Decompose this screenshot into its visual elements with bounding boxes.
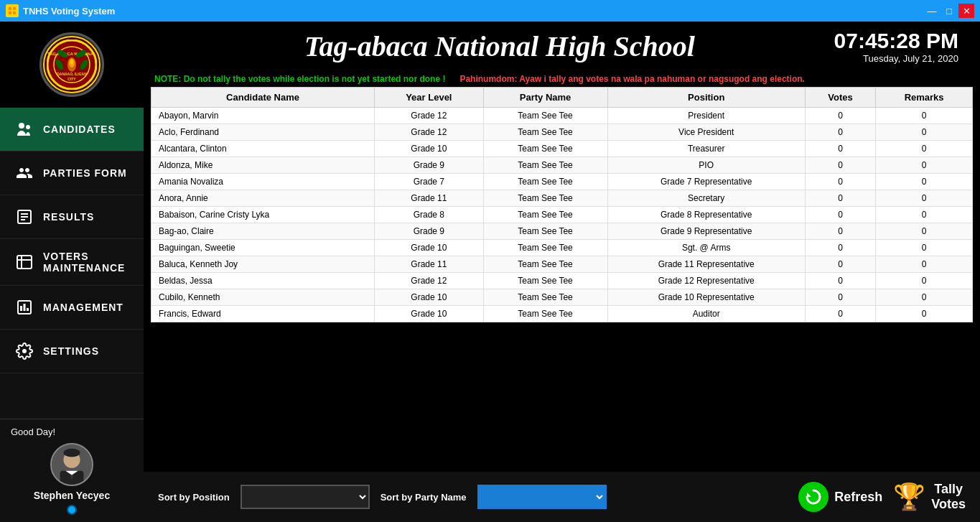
table-header: Year Level: [375, 88, 483, 108]
window-controls[interactable]: — □ ✕: [924, 4, 974, 18]
svg-rect-3: [9, 11, 11, 14]
table-cell: Team See Tee: [483, 124, 607, 141]
refresh-button[interactable]: Refresh: [798, 482, 882, 512]
current-date: Tuesday, July 21, 2020: [834, 53, 958, 64]
svg-point-33: [63, 449, 80, 457]
online-indicator: [67, 505, 77, 515]
bottom-bar: Sort by Position Sort by Party Name Refr…: [144, 472, 980, 522]
table-cell: Secretary: [607, 190, 805, 207]
avatar: [50, 443, 93, 486]
refresh-label: Refresh: [834, 490, 882, 505]
school-title: Tag-abaca National High School: [304, 29, 695, 63]
trophy-icon: 🏆: [893, 482, 925, 512]
sidebar-item-candidates[interactable]: CANDIDATES: [0, 108, 144, 152]
refresh-icon: [798, 482, 829, 512]
table-cell: Abayon, Marvin: [151, 108, 375, 124]
app-title: TNHS Voting System: [23, 6, 115, 17]
sort-party-select[interactable]: [477, 485, 607, 509]
table-cell: Grade 11: [375, 256, 483, 273]
table-row: Baluca, Kenneth JoyGrade 11Team See TeeG…: [151, 256, 973, 273]
table-cell: Baluca, Kenneth Joy: [151, 256, 375, 273]
sidebar: TAG-ABACA NATIONAL DANAAO, ILIGAN CITY: [0, 22, 144, 522]
table-cell: President: [607, 108, 805, 124]
table-cell: Vice President: [607, 124, 805, 141]
svg-rect-27: [20, 306, 22, 311]
svg-text:CITY: CITY: [67, 77, 76, 81]
svg-rect-4: [13, 11, 16, 14]
table-cell: 0: [876, 256, 973, 273]
sort-position-select[interactable]: [241, 485, 370, 509]
table-cell: Bag-ao, Claire: [151, 223, 375, 240]
table-cell: 0: [876, 124, 973, 141]
sidebar-item-management[interactable]: MANAGEMENT: [0, 286, 144, 330]
datetime-display: 07:45:28 PM Tuesday, July 21, 2020: [834, 29, 958, 64]
table-cell: Team See Tee: [483, 207, 607, 223]
svg-text:DANAAO, ILIGAN: DANAAO, ILIGAN: [57, 72, 87, 76]
school-logo: TAG-ABACA NATIONAL DANAAO, ILIGAN CITY: [39, 32, 104, 97]
table-cell: Grade 10: [375, 306, 483, 322]
app-header: Tag-abaca National High School 07:45:28 …: [144, 22, 980, 71]
table-cell: Team See Tee: [483, 174, 607, 190]
table-cell: 0: [876, 174, 973, 190]
svg-point-12: [70, 59, 73, 65]
logo-area: TAG-ABACA NATIONAL DANAAO, ILIGAN CITY: [0, 22, 144, 108]
table-cell: Team See Tee: [483, 141, 607, 157]
sort-position-label: Sort by Position: [158, 492, 230, 503]
table-row: Cubilo, KennethGrade 10Team See TeeGrade…: [151, 289, 973, 306]
maximize-button[interactable]: □: [941, 4, 957, 18]
notice-filipino: Pahinumdom: Ayaw i tally ang votes na wa…: [459, 74, 805, 84]
table-cell: Francis, Edward: [151, 306, 375, 322]
table-cell: 0: [805, 141, 875, 157]
table-cell: 0: [876, 108, 973, 124]
table-cell: Grade 9 Representative: [607, 223, 805, 240]
greeting-text: Good Day!: [7, 427, 136, 437]
table-cell: Cubilo, Kenneth: [151, 289, 375, 306]
table-cell: Grade 10: [375, 141, 483, 157]
sidebar-nav: CANDIDATES PARTIES FORM RESULTS VOTERS M…: [0, 108, 144, 419]
table-cell: Team See Tee: [483, 108, 607, 124]
svg-point-30: [22, 349, 27, 353]
candidates-table-container[interactable]: Candidate NameYear LevelParty NamePositi…: [144, 87, 980, 472]
table-cell: Grade 12: [375, 273, 483, 289]
table-cell: Team See Tee: [483, 256, 607, 273]
svg-rect-2: [13, 7, 16, 10]
table-cell: Team See Tee: [483, 157, 607, 174]
notice-bar: NOTE: Do not tally the votes while elect…: [144, 71, 980, 87]
table-cell: Grade 12: [375, 108, 483, 124]
svg-rect-23: [17, 256, 32, 269]
table-row: Aclo, FerdinandGrade 12Team See TeeVice …: [151, 124, 973, 141]
table-cell: 0: [805, 174, 875, 190]
table-cell: PIO: [607, 157, 805, 174]
settings-icon: [14, 341, 34, 361]
table-cell: 0: [876, 273, 973, 289]
table-cell: Grade 10: [375, 240, 483, 256]
table-row: Bag-ao, ClaireGrade 9Team See TeeGrade 9…: [151, 223, 973, 240]
tally-votes-button[interactable]: 🏆 TallyVotes: [893, 482, 966, 512]
minimize-button[interactable]: —: [924, 4, 940, 18]
sidebar-label-candidates: CANDIDATES: [43, 123, 116, 135]
table-cell: Baguingan, Sweetie: [151, 240, 375, 256]
sidebar-item-results[interactable]: RESULTS: [0, 195, 144, 239]
sidebar-item-parties[interactable]: PARTIES FORM: [0, 152, 144, 195]
sidebar-label-voters: VOTERS MAINTENANCE: [43, 251, 129, 274]
svg-text:TAG-ABACA NATIONAL: TAG-ABACA NATIONAL: [47, 52, 96, 56]
svg-point-18: [26, 125, 30, 129]
table-cell: Team See Tee: [483, 223, 607, 240]
table-row: Aldonza, MikeGrade 9Team See TeePIO00: [151, 157, 973, 174]
table-cell: Babaison, Carine Cristy Lyka: [151, 207, 375, 223]
table-cell: 0: [876, 223, 973, 240]
close-button[interactable]: ✕: [958, 4, 974, 18]
sidebar-item-voters[interactable]: VOTERS MAINTENANCE: [0, 239, 144, 286]
table-cell: 0: [876, 207, 973, 223]
table-cell: Amania Novaliza: [151, 174, 375, 190]
table-cell: 0: [876, 306, 973, 322]
voters-icon: [14, 252, 34, 272]
table-cell: Grade 11: [375, 190, 483, 207]
sidebar-label-settings: SETTINGS: [43, 345, 99, 357]
right-panel: Tag-abaca National High School 07:45:28 …: [144, 22, 980, 522]
candidates-icon: [14, 119, 34, 139]
table-row: Baguingan, SweetieGrade 10Team See TeeSg…: [151, 240, 973, 256]
app-icon: [6, 4, 19, 17]
svg-marker-39: [807, 493, 811, 497]
sidebar-item-settings[interactable]: SETTINGS: [0, 330, 144, 373]
